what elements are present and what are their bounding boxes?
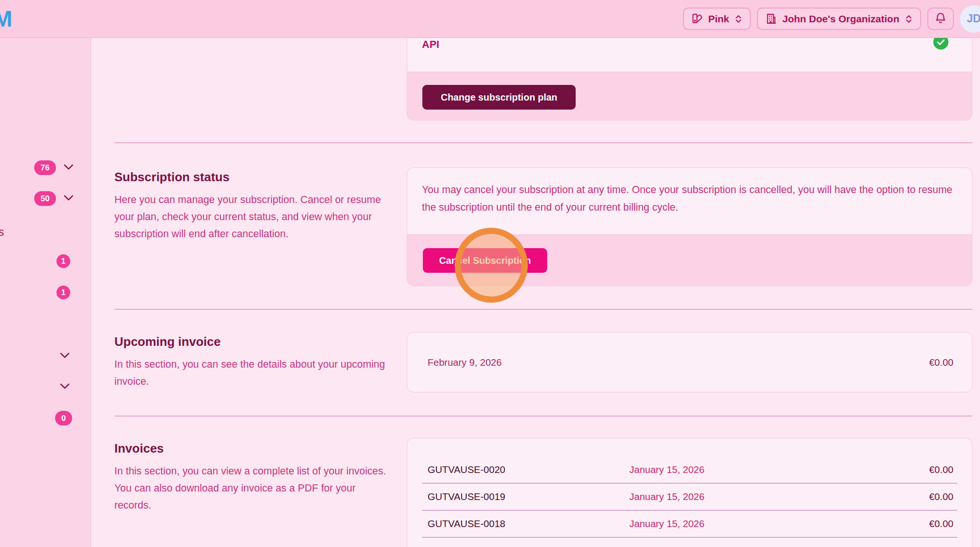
sidebar-clipped-label: s xyxy=(0,226,4,239)
subscription-status-description: Here you can manage your subscription. C… xyxy=(114,191,392,242)
bell-icon xyxy=(934,12,947,26)
invoice-date: January 15, 2026 xyxy=(629,491,929,502)
theme-swatch-icon xyxy=(691,13,703,25)
invoice-amount: €0.00 xyxy=(929,491,953,502)
app-logo: M xyxy=(0,6,12,32)
invoice-amount: €0.00 xyxy=(929,518,953,529)
invoice-number: GUTVAUSE-0018 xyxy=(428,518,629,529)
sidebar-item-badge-3[interactable]: 0 xyxy=(55,411,72,426)
user-avatar[interactable]: JD xyxy=(960,5,980,33)
sidebar-item-badge-2[interactable]: 1 xyxy=(56,286,70,299)
invoice-number: GUTVAUSE-0017 xyxy=(428,545,629,547)
section-divider xyxy=(114,142,972,143)
count-badge: 50 xyxy=(34,191,56,206)
subscription-status-intro: Subscription status Here you can manage … xyxy=(114,170,392,242)
section-divider xyxy=(114,416,972,417)
count-badge: 1 xyxy=(56,254,70,268)
upcoming-invoice-amount: €0.00 xyxy=(929,357,953,368)
invoice-row[interactable]: GUTVAUSE-0017 January 15, 2026 €0.00 xyxy=(407,538,972,547)
sidebar-item-group-1[interactable]: 76 xyxy=(34,160,75,175)
plan-features-card-footer: Change subscription plan xyxy=(407,72,972,121)
sidebar-item-group-2[interactable]: 50 xyxy=(34,191,75,206)
theme-selector-label: Pink xyxy=(708,13,729,25)
invoices-description: In this section, you can view a complete… xyxy=(114,463,392,514)
count-badge: 76 xyxy=(34,160,56,175)
sidebar-item-badge-1[interactable]: 1 xyxy=(56,254,70,268)
notifications-button[interactable] xyxy=(927,8,954,30)
invoice-date: January 15, 2026 xyxy=(629,518,929,529)
upcoming-invoice-heading: Upcoming invoice xyxy=(114,334,392,349)
upcoming-invoice-card: February 9, 2026 €0.00 xyxy=(407,332,972,392)
top-bar-controls: Pink John Doe's Organization xyxy=(683,0,980,38)
invoice-row[interactable]: GUTVAUSE-0020 January 15, 2026 €0.00 xyxy=(407,456,972,483)
chevron-up-down-icon xyxy=(905,14,913,24)
invoice-number: GUTVAUSE-0020 xyxy=(428,464,629,475)
plan-features-card: API Change subscription plan xyxy=(407,38,972,121)
subscription-status-heading: Subscription status xyxy=(114,170,392,185)
sidebar-item-expand-1[interactable] xyxy=(59,351,71,362)
sidebar-item-expand-2[interactable] xyxy=(59,382,71,392)
invoices-heading: Invoices xyxy=(114,441,392,456)
chevron-down-icon[interactable] xyxy=(59,382,71,392)
invoice-row[interactable]: GUTVAUSE-0018 January 15, 2026 €0.00 xyxy=(407,510,972,537)
invoices-card: GUTVAUSE-0020 January 15, 2026 €0.00 GUT… xyxy=(407,438,972,547)
section-divider xyxy=(114,309,972,310)
upcoming-invoice-date: February 9, 2026 xyxy=(428,357,502,368)
invoices-intro: Invoices In this section, you can view a… xyxy=(114,441,392,514)
building-icon xyxy=(765,13,777,25)
subscription-status-card-footer: Cancel Subscription xyxy=(407,234,972,286)
upcoming-invoice-intro: Upcoming invoice In this section, you ca… xyxy=(114,334,392,390)
theme-selector[interactable]: Pink xyxy=(683,8,751,30)
count-badge: 1 xyxy=(56,286,70,299)
plan-features-card-body: API xyxy=(407,38,972,72)
subscription-status-card: You may cancel your subscription at any … xyxy=(407,167,972,286)
cancel-subscription-button[interactable]: Cancel Subscription xyxy=(423,248,547,273)
invoice-row[interactable]: GUTVAUSE-0019 January 15, 2026 €0.00 xyxy=(407,483,972,510)
invoice-number: GUTVAUSE-0019 xyxy=(428,491,629,502)
chevron-down-icon[interactable] xyxy=(63,194,75,204)
chevron-up-down-icon xyxy=(734,14,743,24)
change-subscription-plan-button[interactable]: Change subscription plan xyxy=(422,85,576,110)
invoice-date: January 15, 2026 xyxy=(629,464,929,475)
count-badge: 0 xyxy=(55,411,72,426)
subscription-status-card-text: You may cancel your subscription at any … xyxy=(407,168,972,234)
chevron-down-icon[interactable] xyxy=(59,351,71,362)
feature-api-label: API xyxy=(422,38,439,51)
invoice-amount: €0.00 xyxy=(929,545,953,547)
sidebar: 76 50 s 1 1 0 xyxy=(0,38,91,547)
invoice-amount: €0.00 xyxy=(929,464,953,475)
top-bar: M Pink xyxy=(0,0,980,38)
chevron-down-icon[interactable] xyxy=(63,163,75,173)
upcoming-invoice-description: In this section, you can see the details… xyxy=(114,356,392,390)
organization-selector[interactable]: John Doe's Organization xyxy=(757,8,921,30)
organization-selector-label: John Doe's Organization xyxy=(782,13,899,25)
invoice-date: January 15, 2026 xyxy=(629,545,929,547)
